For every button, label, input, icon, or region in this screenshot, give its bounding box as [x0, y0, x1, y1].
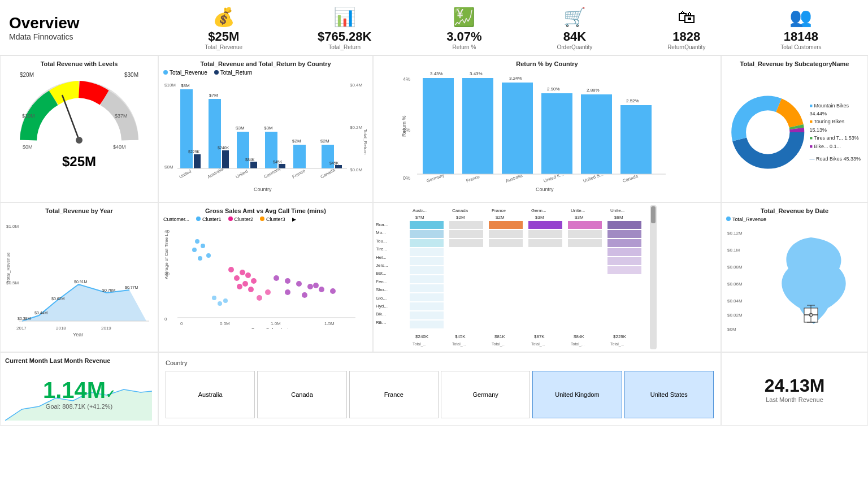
svg-text:$1.0M: $1.0M — [6, 224, 19, 229]
kpi-icon-order-qty: 🛒 — [563, 5, 586, 29]
current-month-value: 1.14M✓ — [43, 378, 115, 403]
svg-point-1 — [76, 137, 83, 144]
svg-point-112 — [313, 283, 319, 288]
bar-country-chart: $10M $0M $0.4M $0.2M $0.0M $8M $229K $7M… — [163, 78, 367, 194]
kpi-icon-total-customers: 👥 — [789, 5, 812, 29]
kpi-value-order-qty: 84K — [563, 29, 586, 44]
svg-rect-21 — [250, 162, 257, 168]
svg-rect-161 — [410, 284, 444, 292]
kpi-icon-return-qty: 🛍 — [678, 5, 696, 29]
svg-text:Total_...: Total_... — [610, 342, 624, 347]
goal-text: Goal: 808.71K (+41.2%) — [46, 403, 112, 410]
svg-point-101 — [242, 281, 248, 287]
svg-point-94 — [206, 253, 211, 258]
kpi-icon-total-return: 📊 — [333, 5, 356, 29]
svg-rect-57 — [620, 105, 652, 174]
svg-point-93 — [201, 244, 205, 248]
svg-point-91 — [195, 239, 199, 244]
kpi-total-revenue: 💰 $25M Total_Revenue — [205, 5, 242, 50]
return-country-panel: Return % by Country 4% 2% 0% Country Ret… — [373, 55, 721, 202]
brand-section: Overview Mdata Finnovatics — [9, 14, 167, 41]
gauge-title: Total Revenue with Levels — [41, 60, 118, 67]
svg-point-110 — [285, 289, 290, 295]
header-strip: Overview Mdata Finnovatics 💰 $25M Total_… — [0, 0, 868, 55]
svg-point-107 — [307, 284, 313, 289]
svg-text:France: France — [466, 174, 481, 184]
kpi-value-total-return: $765.28K — [318, 29, 371, 44]
svg-text:$37M: $37M — [115, 113, 128, 119]
country-btn-united-states[interactable]: United States — [624, 371, 714, 418]
svg-text:$7M: $7M — [415, 215, 424, 220]
svg-text:$0.38M: $0.38M — [18, 317, 31, 321]
svg-point-100 — [251, 278, 257, 284]
svg-point-117 — [265, 289, 271, 295]
revenue-date-panel: Total_Revenue by Date Total_Revenue $0.1… — [721, 202, 868, 352]
current-month-panel: Current Month Last Month Revenue 1.14M✓ … — [0, 352, 158, 426]
svg-text:$0M: $0M — [727, 327, 736, 332]
country-btn-france[interactable]: France — [349, 371, 439, 418]
kpi-label-return-pct: Return % — [453, 44, 476, 50]
svg-point-92 — [192, 248, 197, 252]
svg-text:United: United — [235, 168, 249, 179]
svg-text:2.90%: 2.90% — [547, 86, 560, 92]
svg-text:$0.0M: $0.0M — [350, 167, 363, 172]
svg-text:$81K: $81K — [494, 334, 505, 339]
svg-rect-157 — [607, 257, 641, 265]
svg-text:Total_Return: Total_Return — [363, 129, 367, 154]
svg-rect-165 — [410, 321, 444, 328]
country-btn-australia[interactable]: Australia — [166, 371, 255, 418]
country-btn-germany[interactable]: Germany — [441, 371, 530, 418]
kpi-value-return-pct: 3.07% — [446, 29, 481, 44]
svg-text:$0.04M: $0.04M — [727, 298, 743, 304]
svg-point-114 — [218, 301, 222, 306]
gauge-value: $25M — [62, 154, 96, 170]
scatter-legend: Customer... Cluster1 Cluster2 Cluster3 ▶ — [163, 216, 368, 222]
svg-text:$84K: $84K — [574, 334, 584, 339]
donut-panel: Total_Revenue by SubcategoryName ■ Mount… — [721, 55, 868, 202]
svg-text:Canada: Canada — [622, 174, 639, 184]
svg-rect-47 — [423, 78, 454, 174]
country-btn-canada[interactable]: Canada — [257, 371, 346, 418]
svg-text:$240K: $240K — [218, 146, 229, 150]
svg-text:$87K: $87K — [534, 334, 545, 339]
svg-text:$3M: $3M — [236, 125, 245, 131]
revenue-year-title: Total_Revenue by Year — [5, 207, 153, 214]
svg-text:2017: 2017 — [16, 326, 27, 331]
bar-country-legend: Total_Revenue Total_Return — [163, 70, 368, 76]
svg-rect-17 — [222, 150, 229, 168]
bar-country-title: Total_Revenue and Total_Return by Countr… — [163, 60, 368, 67]
scatter-title: Gross Sales Amt vs Avg Call Time (mins) — [163, 207, 368, 214]
brand-subtitle: Mdata Finnovatics — [9, 32, 167, 41]
current-month-title: Current Month Last Month Revenue — [5, 357, 153, 364]
svg-text:$0.06M: $0.06M — [727, 282, 743, 287]
svg-text:$45K: $45K — [455, 334, 466, 339]
svg-text:3.24%: 3.24% — [509, 76, 522, 81]
matrix-row-labels: Roa... Mo... Tou... Tire... Hel... Jers.… — [376, 205, 407, 349]
svg-text:$240K: $240K — [415, 334, 429, 339]
svg-text:$0.91M: $0.91M — [74, 280, 88, 284]
donut-title: Total_Revenue by SubcategoryName — [726, 60, 863, 67]
svg-text:1.5M: 1.5M — [324, 321, 335, 326]
scrollbar-thumb[interactable] — [651, 206, 656, 223]
kpi-value-total-revenue: $25M — [208, 29, 239, 44]
svg-rect-141 — [607, 221, 641, 229]
svg-point-96 — [228, 267, 234, 272]
gauge-panel: Total Revenue with Levels $20M $30M — [0, 55, 158, 202]
svg-text:$2M: $2M — [320, 138, 329, 144]
svg-point-115 — [223, 298, 228, 303]
svg-text:$0.2M: $0.2M — [350, 125, 363, 130]
svg-point-106 — [296, 281, 302, 287]
kpi-strip: 💰 $25M Total_Revenue 📊 $765.28K Total_Re… — [167, 5, 859, 50]
svg-text:3.43%: 3.43% — [470, 71, 483, 76]
svg-point-104 — [274, 275, 279, 281]
svg-rect-160 — [410, 275, 444, 283]
kpi-order-qty: 🛒 84K OrderQuantity — [557, 5, 592, 50]
svg-text:$0.77M: $0.77M — [125, 285, 138, 289]
svg-rect-155 — [607, 248, 641, 256]
svg-text:0%: 0% — [403, 175, 410, 181]
svg-rect-138 — [489, 221, 523, 229]
svg-text:0: 0 — [164, 317, 167, 322]
country-btn-united-kingdom[interactable]: United Kingdom — [532, 371, 622, 418]
matrix-scrollbar[interactable] — [650, 205, 657, 349]
kpi-total-customers: 👥 18148 Total Customers — [780, 5, 821, 50]
